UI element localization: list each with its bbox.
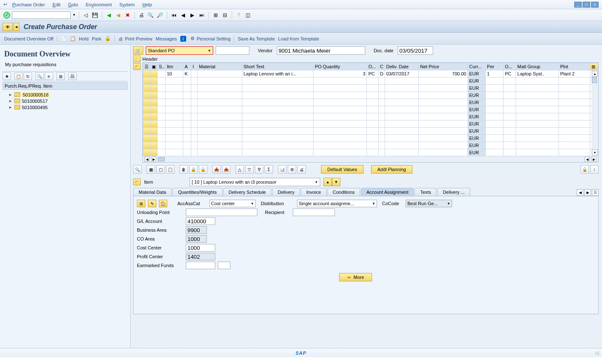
layout-icon[interactable]: ◫	[244, 11, 252, 19]
hold-button[interactable]: Hold	[79, 36, 89, 41]
detail-icon[interactable]: 🔍	[133, 165, 142, 174]
sort-desc-icon[interactable]: ▽	[245, 165, 254, 174]
copy-icon[interactable]: 📋	[166, 165, 174, 174]
filter-icon[interactable]: ∇	[255, 165, 263, 174]
col-curr[interactable]: Curr...	[468, 63, 485, 70]
col-s[interactable]: S..	[157, 63, 165, 70]
find-next-icon[interactable]: 🔎	[156, 11, 164, 19]
help-icon[interactable]: ?	[235, 11, 243, 19]
deselect-icon[interactable]: ▢	[156, 165, 165, 174]
print-preview-button[interactable]: 🖨Print Preview	[118, 36, 153, 42]
save-icon[interactable]: 💾	[91, 11, 99, 19]
ef-item-input[interactable]	[218, 262, 230, 269]
title-menu-icon[interactable]: 👁	[3, 23, 13, 31]
menu-help[interactable]: Help	[142, 2, 152, 7]
okcode-field[interactable]	[12, 11, 71, 19]
park-button[interactable]: Park	[92, 36, 102, 41]
po-number-input[interactable]	[216, 46, 249, 55]
col-c[interactable]: C	[378, 63, 385, 70]
table-row[interactable]: EUR	[143, 149, 598, 156]
find-icon[interactable]: 🔍	[147, 11, 155, 19]
aa-edit-icon[interactable]: ✎	[148, 200, 156, 207]
scroll-down-icon[interactable]: ▼	[592, 150, 598, 155]
addl-planning-button[interactable]: Addl Planning	[371, 165, 412, 174]
tab-material-data[interactable]: Material Data	[133, 188, 171, 196]
new-session-icon[interactable]: ⊞	[212, 11, 219, 19]
table-row[interactable]: EUR	[143, 85, 598, 92]
col-status[interactable]: ▣	[150, 63, 157, 70]
print-icon[interactable]: 🖨	[138, 11, 145, 19]
tab-right-icon[interactable]: ▶	[584, 189, 591, 196]
prev-page-icon[interactable]: ◀	[179, 11, 187, 19]
tree-item[interactable]: ▸5010000518	[3, 91, 127, 98]
menu-goto[interactable]: Goto	[68, 2, 78, 7]
default-values-button[interactable]: Default Values	[321, 165, 364, 174]
title-nav-icon[interactable]: ◂	[13, 23, 19, 31]
tab-invoice[interactable]: Invoice	[301, 188, 326, 196]
col-o2[interactable]: O...	[503, 63, 516, 70]
distribution-select[interactable]: Single account assignme...▼	[297, 200, 377, 207]
table-row[interactable]: EUR	[143, 128, 598, 135]
header-expand-button[interactable]: 📁	[133, 56, 141, 62]
col-i[interactable]: I	[191, 63, 198, 70]
footer-nav-icon[interactable]: ◁	[595, 350, 599, 356]
insert-icon[interactable]: 📥	[212, 165, 221, 174]
col-per[interactable]: Per	[486, 63, 503, 70]
col-a[interactable]: A	[183, 63, 191, 70]
table-row[interactable]: 10KLaptop Lenovo with an i...3PCD03/07/2…	[143, 70, 598, 78]
col-settings[interactable]: ⊞	[590, 63, 598, 70]
scroll-right2-icon[interactable]: ▶	[591, 157, 597, 162]
tab-conditions[interactable]: Conditions	[327, 188, 360, 196]
col-net[interactable]: Net Price	[419, 63, 468, 70]
tree-item[interactable]: ▸5010000517	[3, 98, 127, 104]
export-icon[interactable]: 📊	[278, 165, 286, 174]
load-template-button[interactable]: Load from Template	[278, 36, 319, 41]
cart-icon[interactable]: 🛒	[133, 46, 143, 55]
print-grid-icon[interactable]: 🖨	[297, 165, 306, 174]
table-row[interactable]: EUR	[143, 78, 598, 85]
cocode-select[interactable]: Best Run Ge...▼	[406, 200, 452, 207]
messages-button[interactable]: Messages	[156, 36, 177, 41]
table-row[interactable]: EUR	[143, 142, 598, 149]
enter-icon[interactable]: ✓	[3, 12, 10, 19]
scroll-up-icon[interactable]: ▲	[592, 71, 598, 77]
vendor-input[interactable]	[277, 46, 365, 55]
minimize-icon[interactable]: _	[574, 2, 582, 8]
ov-layout-icon[interactable]: ≡	[45, 72, 53, 80]
item-select[interactable]: [ 10 ] Laptop Lenovo with an i3 processo…	[190, 178, 320, 186]
scroll-left2-icon[interactable]: ◀	[585, 157, 590, 162]
okcode-caret-icon[interactable]: ▼	[72, 13, 76, 17]
col-select[interactable]: ☰	[143, 63, 150, 70]
tab-delivery-schedule[interactable]: Delivery Schedule	[223, 188, 272, 196]
select-all-icon[interactable]: ▦	[147, 165, 155, 174]
table-row[interactable]: EUR	[143, 135, 598, 142]
col-qty[interactable]: PO Quantity	[313, 63, 367, 70]
doc-overview-toggle[interactable]: Document Overview Off	[4, 36, 54, 41]
menu-purchase-order[interactable]: PPurchase Orderurchase Order	[12, 2, 45, 7]
sort-asc-icon[interactable]: △	[235, 165, 244, 174]
ov-select-icon[interactable]: ❖	[3, 72, 11, 80]
ov-copy-icon[interactable]: 📋	[14, 72, 23, 80]
last-page-icon[interactable]: ⏭	[198, 11, 206, 19]
item-prev-icon[interactable]: ▲	[324, 178, 332, 186]
accasscat-select[interactable]: Cost center▼	[209, 200, 256, 207]
create-icon[interactable]: 📄	[61, 36, 67, 42]
item-next-icon[interactable]: ▼	[332, 178, 340, 186]
[interactable]: 🔓	[199, 165, 207, 174]
more-button[interactable]: ➡More	[339, 273, 372, 281]
ov-find-icon[interactable]: 🔍	[35, 72, 44, 80]
scroll-right-icon[interactable]: ▶	[151, 157, 156, 162]
back-green-icon[interactable]: ◀	[105, 11, 113, 19]
vscroll-thumb[interactable]	[592, 77, 597, 83]
tab-quantities-weights[interactable]: Quantities/Weights	[172, 188, 222, 196]
layout-config-icon[interactable]: ⚙	[288, 165, 296, 174]
tab-list-icon[interactable]: ☰	[592, 189, 599, 196]
aa-home-icon[interactable]: 🏠	[159, 200, 167, 207]
next-page-icon[interactable]: ▶	[189, 11, 196, 19]
col-plnt[interactable]: Plnt	[559, 63, 590, 70]
sum-icon[interactable]: Σ	[265, 165, 273, 174]
save-template-button[interactable]: Save As Template	[238, 36, 275, 41]
col-itm[interactable]: Itm	[165, 63, 183, 70]
expand-all-icon[interactable]: 🔓	[581, 165, 589, 174]
po-type-select[interactable]: Standard PO▼	[146, 46, 213, 55]
